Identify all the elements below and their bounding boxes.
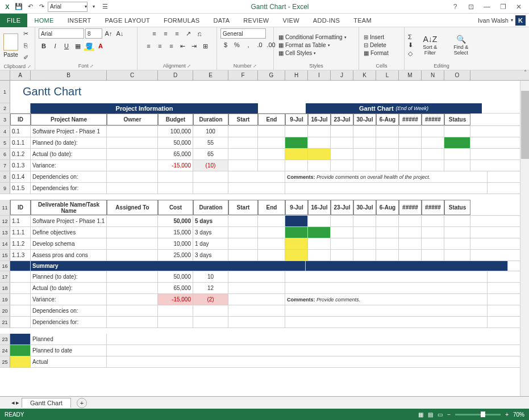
gantt-cell[interactable] xyxy=(285,216,308,226)
cell-duration[interactable]: 3 days xyxy=(193,250,228,261)
gantt-cell[interactable] xyxy=(399,238,422,249)
cell-name[interactable]: Dependencies for: xyxy=(31,183,107,194)
gantt-cell[interactable] xyxy=(376,238,399,249)
cell-name[interactable]: Planned (to date): xyxy=(31,271,107,282)
gantt-cell[interactable] xyxy=(331,216,353,226)
row-number[interactable]: 4 xyxy=(0,126,10,137)
zoom-out-icon[interactable]: − xyxy=(447,411,451,418)
tab-data[interactable]: DATA xyxy=(206,14,236,27)
row-number[interactable]: 24 xyxy=(0,345,10,356)
gantt-cell[interactable] xyxy=(422,216,444,226)
gantt-cell[interactable] xyxy=(422,126,444,137)
qat-dropdown-icon[interactable]: ▾ xyxy=(89,2,99,12)
cell[interactable] xyxy=(228,305,285,316)
row-number[interactable]: 8 xyxy=(0,171,10,182)
cell-name[interactable]: Dependencies for: xyxy=(31,317,107,327)
font-size-select[interactable]: 8 xyxy=(85,28,102,39)
format-as-table-button[interactable]: ▦Format as Table▾ xyxy=(277,41,348,49)
gantt-cell[interactable] xyxy=(308,160,331,171)
cell[interactable] xyxy=(107,283,158,293)
align-top-icon[interactable]: ≡ xyxy=(149,28,160,39)
gantt-cell[interactable] xyxy=(376,149,399,159)
gantt-cell[interactable] xyxy=(308,250,331,261)
restore-icon[interactable]: ❐ xyxy=(497,1,509,12)
sheet-nav-next-icon[interactable]: ▸ xyxy=(16,399,19,406)
italic-button[interactable]: I xyxy=(50,41,60,51)
copy-icon[interactable]: ⎘ xyxy=(20,40,31,51)
gantt-cell[interactable] xyxy=(353,137,376,148)
autosum-icon[interactable]: Σ xyxy=(408,33,413,40)
row-number[interactable]: 21 xyxy=(0,317,10,327)
cell-id[interactable]: 1.1.3 xyxy=(10,250,31,261)
view-pagebreak-icon[interactable]: ▭ xyxy=(438,411,443,418)
cell-duration[interactable]: 5 days xyxy=(193,216,228,226)
column-header[interactable]: L xyxy=(376,70,399,80)
view-layout-icon[interactable]: ▤ xyxy=(428,411,433,418)
cell-owner[interactable] xyxy=(107,126,158,137)
decrease-indent-icon[interactable]: ⇤ xyxy=(178,41,188,51)
gantt-cell[interactable] xyxy=(444,238,470,249)
cell-cost[interactable]: 65,000 xyxy=(158,283,193,293)
gantt-cell[interactable] xyxy=(444,227,470,238)
cell[interactable] xyxy=(258,227,285,238)
tab-view[interactable]: VIEW xyxy=(276,14,306,27)
gantt-cell[interactable] xyxy=(399,160,422,171)
merge-icon[interactable]: ⊞ xyxy=(201,41,211,51)
align-center-icon[interactable]: ≡ xyxy=(155,41,165,51)
help-icon[interactable]: ? xyxy=(449,1,461,12)
column-header[interactable]: E xyxy=(193,70,228,80)
align-left-icon[interactable]: ≡ xyxy=(144,41,154,51)
tab-file[interactable]: FILE xyxy=(0,14,27,27)
gantt-cell[interactable] xyxy=(308,227,331,238)
alignment-launcher-icon[interactable]: ⤢ xyxy=(187,64,191,69)
cell[interactable] xyxy=(228,160,258,171)
cell-cost[interactable]: -15,000 xyxy=(158,294,193,305)
cell[interactable] xyxy=(228,183,285,194)
align-right-icon[interactable]: ≡ xyxy=(166,41,177,51)
gantt-cell[interactable] xyxy=(308,137,331,148)
cell-name[interactable]: Dependencies on: xyxy=(31,305,107,316)
gantt-cell[interactable] xyxy=(422,227,444,238)
row-number[interactable]: 16 xyxy=(0,261,10,271)
undo-icon[interactable]: ↶ xyxy=(25,2,35,12)
sheet-tab[interactable]: Gantt Chart xyxy=(22,398,71,408)
cell-budget[interactable]: -15,000 xyxy=(158,160,193,171)
tab-team[interactable]: TEAM xyxy=(347,14,378,27)
gantt-cell[interactable] xyxy=(353,238,376,249)
row-number[interactable]: 2 xyxy=(0,103,10,113)
comments-cell[interactable]: Comments: Provide comments. xyxy=(285,294,488,305)
vertical-scrollbar[interactable] xyxy=(520,81,529,396)
cell-owner[interactable] xyxy=(107,137,158,148)
cell[interactable] xyxy=(285,283,488,293)
cell-duration[interactable]: 55 xyxy=(193,137,228,148)
qat-font-select[interactable]: Arial▾ xyxy=(48,2,88,12)
cell-cost[interactable]: 50,000 xyxy=(158,271,193,282)
gantt-cell[interactable] xyxy=(399,137,422,148)
decrease-font-icon[interactable]: A↓ xyxy=(115,28,125,39)
align-middle-icon[interactable]: ≡ xyxy=(161,28,171,39)
cell-duration[interactable]: 10 xyxy=(193,271,228,282)
gantt-cell[interactable] xyxy=(422,149,444,159)
cell-name[interactable]: Actual (to date): xyxy=(31,283,107,293)
gantt-cell[interactable] xyxy=(376,126,399,137)
cell[interactable] xyxy=(285,183,488,194)
user-badge[interactable]: K xyxy=(515,15,526,26)
gantt-cell[interactable] xyxy=(331,160,353,171)
redo-icon[interactable]: ↷ xyxy=(36,2,47,12)
gantt-cell[interactable] xyxy=(376,227,399,238)
row-number[interactable]: 18 xyxy=(0,283,10,293)
sort-filter-button[interactable]: A↓Z Sort & Filter xyxy=(418,35,443,56)
gantt-cell[interactable] xyxy=(308,238,331,249)
gantt-cell[interactable] xyxy=(376,160,399,171)
gantt-cell[interactable] xyxy=(399,149,422,159)
collapse-ribbon-icon[interactable]: ˄ xyxy=(524,69,527,75)
gantt-cell[interactable] xyxy=(399,216,422,226)
tab-addins[interactable]: ADD-INS xyxy=(306,14,347,27)
gantt-cell[interactable] xyxy=(331,126,353,137)
close-icon[interactable]: ✕ xyxy=(513,1,524,12)
row-number[interactable]: 19 xyxy=(0,294,10,305)
cell-duration[interactable] xyxy=(193,317,228,327)
cell-owner[interactable] xyxy=(107,149,158,159)
cell-duration[interactable]: (2) xyxy=(193,294,228,305)
cell-owner[interactable] xyxy=(107,171,158,182)
